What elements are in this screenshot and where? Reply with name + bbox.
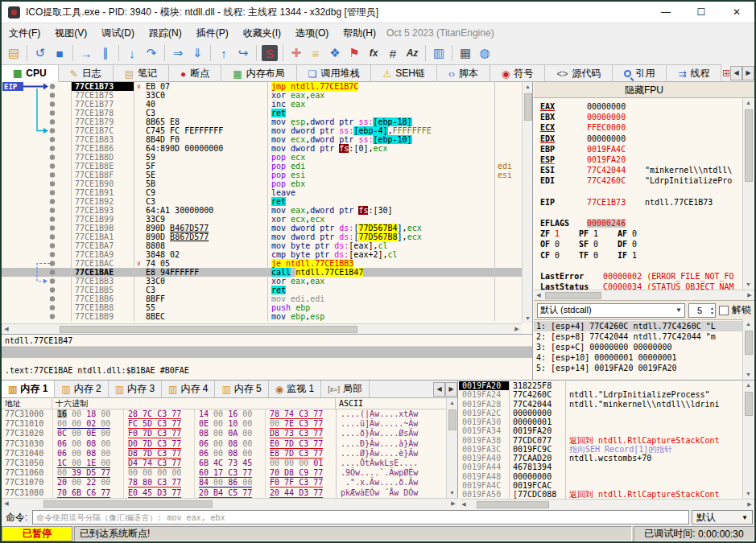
disasm-row[interactable]: 77CE1B905Bpop ebx bbox=[2, 179, 522, 188]
tab-符号[interactable]: ◉符号 bbox=[490, 64, 545, 82]
argument-row[interactable]: 3: [esp+C] 00000000 00000000 bbox=[534, 342, 742, 352]
dump-row[interactable]: 77C3101000 00 02 00FC 5D C3 770E 00 10 0… bbox=[2, 419, 457, 429]
tab-内存布局[interactable]: ▦内存布局 bbox=[221, 64, 296, 82]
menu-item-8[interactable]: 帮助(H) bbox=[336, 27, 383, 39]
memory-dump-pane[interactable]: ▥内存 1▥内存 2▥内存 3▥内存 4▥内存 5◉监视 1[x=]局部◀▶ 地… bbox=[2, 381, 458, 509]
disasm-row[interactable]: 77CE1BB68BFFmov edi,edi bbox=[2, 294, 522, 303]
disasm-row[interactable]: 77CE1BB98BECmov ebp,esp bbox=[2, 312, 522, 321]
step-into-source-icon[interactable]: ⇓ bbox=[188, 43, 207, 63]
dump-row[interactable]: 77C3107020 00 22 0078 80 C3 7784 00 86 0… bbox=[2, 478, 457, 487]
disasm-row[interactable]: 77CE1B9B890D B467D577mov dword ptr ds:[7… bbox=[2, 224, 522, 232]
disasm-row[interactable]: 77CE1B7533C0xor eax,eax bbox=[2, 91, 522, 100]
registers-horizontal-scrollbar[interactable]: ◀ ▶ bbox=[534, 290, 754, 300]
hash-icon[interactable]: # bbox=[383, 43, 403, 63]
registers-vertical-scrollbar[interactable]: ▲ ▼ bbox=[742, 98, 754, 290]
tab-线程[interactable]: ⇉线程 bbox=[667, 64, 721, 82]
internet-icon[interactable]: ◍ bbox=[475, 43, 494, 63]
tab-内存-2[interactable]: ▥内存 2 bbox=[55, 381, 108, 397]
disasm-row[interactable]: 77CE1B91C9leave bbox=[2, 188, 522, 197]
functions-icon[interactable]: fx bbox=[364, 43, 383, 63]
bookmarks-icon[interactable]: ⚑ bbox=[345, 43, 364, 63]
disasm-horizontal-scrollbar[interactable]: ◀ ▶ bbox=[2, 323, 522, 334]
stack-row[interactable]: 0019FA20318225F8 bbox=[459, 381, 742, 390]
stack-row[interactable]: 0019FA2477C4260Cntdll."LdrpInitializePro… bbox=[459, 390, 742, 399]
step-out-icon[interactable]: ↑ bbox=[214, 43, 233, 63]
tab-内存-5[interactable]: ▥内存 5 bbox=[215, 381, 268, 397]
close-button[interactable]: ✕ bbox=[719, 2, 754, 23]
disasm-row[interactable]: 77CE1BAEE8 94FFFFFFcall ntdll.77CE1B47 bbox=[2, 268, 522, 277]
command-profile-select[interactable]: 默认▼ bbox=[692, 510, 753, 524]
dump-row[interactable]: 77C310200C 00 0E 00F0 7D C3 7708 00 0A 0… bbox=[2, 429, 457, 438]
stack-row[interactable]: 0019FA2877C42044ntdll."minkernel\\ntdll\… bbox=[459, 400, 742, 409]
minimize-button[interactable]: — bbox=[648, 2, 684, 23]
tab-源代码[interactable]: <>源代码 bbox=[545, 64, 613, 82]
command-input[interactable] bbox=[32, 510, 689, 524]
dump-row[interactable]: 77C3108070 6B C6 77E0 45 D3 7720 B4 C5 7… bbox=[2, 488, 457, 498]
dump-row[interactable]: 77C3104006 00 08 00D8 7D C3 7706 00 08 0… bbox=[2, 449, 457, 459]
comments-icon[interactable]: ≡ bbox=[306, 43, 325, 63]
tabs-scroll-right[interactable]: ▶ bbox=[742, 66, 754, 80]
stack-row[interactable]: 0019FA3C0019FC9C指向SEH_Record[1]的指针 bbox=[459, 445, 742, 454]
maximize-button[interactable]: ☐ bbox=[684, 2, 719, 23]
tab-内存-3[interactable]: ▥内存 3 bbox=[109, 381, 162, 397]
disasm-row[interactable]: 77CE1B78C3ret bbox=[2, 109, 522, 117]
stack-row[interactable]: 0019FA4800000000 bbox=[459, 472, 742, 481]
tab-日志[interactable]: ✎日志 bbox=[59, 64, 114, 82]
hide-fpu-button[interactable]: 隐藏FPU bbox=[534, 82, 754, 98]
tab-断点[interactable]: ●断点 bbox=[169, 64, 221, 82]
pause-icon[interactable]: ∥ bbox=[96, 43, 115, 63]
registers-list[interactable]: EAX00000000EBX00000000ECXFFEC0000EDX0000… bbox=[534, 98, 754, 290]
dump-tabs-scroll-right[interactable]: ▶ bbox=[445, 382, 457, 397]
scylla-icon[interactable]: S bbox=[262, 45, 278, 61]
unlock-checkbox[interactable] bbox=[719, 306, 729, 315]
menu-item-1[interactable]: 文件(F) bbox=[2, 27, 48, 39]
menu-item-3[interactable]: 调试(D) bbox=[94, 27, 142, 39]
stack-row[interactable]: 0019FA4077CAAD20ntdll.wcstombs+70 bbox=[459, 454, 742, 463]
attach-icon[interactable]: ↪ bbox=[233, 43, 253, 63]
tabs-scroll-left[interactable]: ◀ bbox=[730, 66, 742, 80]
disasm-row[interactable]: 77CE1B838B4D F0mov ecx,dword ptr ss:[ebp… bbox=[2, 135, 522, 144]
dump-horizontal-scrollbar[interactable]: ◀ ▶ bbox=[2, 498, 458, 508]
run-icon[interactable]: → bbox=[76, 43, 96, 63]
disasm-row[interactable]: 77CE1BA78808mov byte ptr ds:[eax],cl bbox=[2, 241, 522, 250]
dump-row[interactable]: 77C310501C 00 1E 00D4 74 C3 776B 4C 73 4… bbox=[2, 459, 457, 468]
disasm-row[interactable]: 77CE1BB5C3ret bbox=[2, 286, 522, 294]
disasm-row[interactable]: 77CE1B7CC745 FC FEFFFFFFmov dword ptr ss… bbox=[2, 126, 522, 135]
stack-row[interactable]: 0019FA340019FA20 bbox=[459, 426, 742, 435]
handles-icon[interactable]: ▥ bbox=[429, 43, 448, 63]
tab-监视-1[interactable]: ◉监视 1 bbox=[269, 381, 322, 397]
menu-item-2[interactable]: 视图(V) bbox=[48, 27, 94, 39]
restart-icon[interactable]: ↺ bbox=[31, 43, 50, 63]
dump-tabs-scroll-left[interactable]: ◀ bbox=[433, 382, 445, 397]
stack-row[interactable]: 0019FA50[77CDC088返回到 ntdll.RtlCaptureSta… bbox=[459, 490, 742, 499]
tab-内存-4[interactable]: ▥内存 4 bbox=[162, 381, 215, 397]
tab-脚本[interactable]: ‹›脚本 bbox=[437, 64, 490, 82]
disasm-row[interactable]: 77CE1B9933C9xor ecx,ecx bbox=[2, 215, 522, 224]
argument-count-stepper[interactable]: 5▲▼ bbox=[688, 303, 716, 318]
calling-convention-select[interactable]: 默认 (stdcall)▼ bbox=[537, 303, 685, 318]
disasm-row[interactable]: 77CE1B798B65 E8mov esp,dword ptr ss:[ebp… bbox=[2, 117, 522, 126]
disasm-row[interactable]: 77CE1BA1890D B867D577mov dword ptr ds:[7… bbox=[2, 232, 522, 241]
disasm-row[interactable]: 77CE1B8664:890D 00000000mov dword ptr fs… bbox=[2, 144, 522, 153]
menu-item-6[interactable]: 收藏夹(I) bbox=[236, 27, 288, 39]
stack-row[interactable]: 0019FA3000000001 bbox=[459, 418, 742, 426]
disasm-row[interactable]: 77CE1B9364:A1 30000000mov eax,dword ptr … bbox=[2, 206, 522, 215]
disasm-vertical-scrollbar[interactable]: ▲ ▼ bbox=[522, 82, 533, 323]
dump-vertical-scrollbar[interactable]: ▲ ▼ bbox=[446, 398, 457, 498]
argument-row[interactable]: 1: [esp+4] 77C4260C ntdll.77C4260C "L bbox=[534, 321, 742, 331]
disasm-row[interactable]: 77CE1BB855push ebp bbox=[2, 303, 522, 312]
step-into-icon[interactable]: ↓ bbox=[122, 43, 142, 63]
disasm-row[interactable]: 77CE1BA93848 02cmp byte ptr ds:[eax+2],c… bbox=[2, 250, 522, 259]
disasm-row[interactable]: 77CE1B8D59pop ecx bbox=[2, 153, 522, 162]
open-file-icon[interactable]: ▤ bbox=[4, 43, 23, 63]
stop-icon[interactable]: ■ bbox=[50, 43, 69, 63]
tab-局部[interactable]: [x=]局部 bbox=[321, 381, 370, 397]
stack-vertical-scrollbar[interactable]: ▲ ▼ bbox=[742, 381, 754, 499]
stack-row[interactable]: 0019FA2C00000000 bbox=[459, 409, 742, 418]
disasm-row[interactable]: 77CE1BAC∨74 05je ntdll.77CE1BB3 bbox=[2, 259, 522, 268]
tab-seh链[interactable]: ⚠SEH链 bbox=[371, 64, 436, 82]
disassembly-pane[interactable]: 77CE1B73∨EB 07jmp ntdll.77CE1B7C77CE1B75… bbox=[2, 82, 533, 334]
tab-调用堆栈[interactable]: ❏调用堆栈 bbox=[297, 64, 372, 82]
disasm-row[interactable]: 77CE1B8E5Fpop ediedi bbox=[2, 162, 522, 171]
disasm-row[interactable]: 77CE1B8F5Epop esiesi bbox=[2, 171, 522, 179]
